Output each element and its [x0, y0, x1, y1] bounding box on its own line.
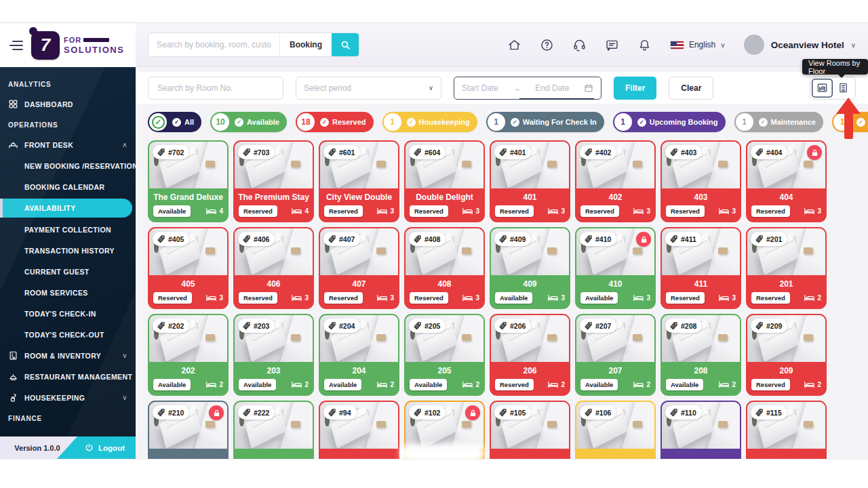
- room-card-702[interactable]: #702The Grand DeluxeAvailable4: [148, 140, 229, 222]
- bed-icon: [633, 207, 644, 215]
- rooms-by-floor-view-button[interactable]: [833, 79, 854, 98]
- status-chip-maintenance[interactable]: 1✓Maintenance: [734, 112, 824, 132]
- sidebar-item-housekeeping[interactable]: HOUSEKEEPING∨: [0, 387, 136, 408]
- sidebar-item-availability[interactable]: AVAILABILITY: [0, 199, 132, 218]
- room-card-204[interactable]: #204204Available2: [319, 314, 399, 396]
- status-chip-waiting-for-check-in[interactable]: 1✓Waiting For Check In: [486, 112, 604, 132]
- room-card-408[interactable]: #408408Reserved3: [404, 227, 485, 309]
- notifications-bell-icon[interactable]: [637, 38, 652, 52]
- housekeeping-icon: [8, 392, 18, 403]
- sidebar-item-transaction-history[interactable]: TRANSACTION HISTORY: [0, 240, 136, 261]
- room-card-94[interactable]: #94: [319, 401, 399, 459]
- tag-icon: [755, 235, 764, 243]
- room-card-402[interactable]: #402402Reserved3: [575, 140, 656, 222]
- status-chip-upcoming-booking[interactable]: 1✓Upcoming Booking: [613, 112, 726, 132]
- help-icon[interactable]: [540, 38, 554, 52]
- language-selector[interactable]: English ∨: [670, 40, 726, 49]
- view-rooms-by-floor-tooltip: View Rooms by Floor: [802, 59, 868, 75]
- bed-count: 3: [719, 294, 736, 302]
- room-card-209[interactable]: #209209Reserved2: [746, 314, 827, 396]
- sidebar-item-room-inventory[interactable]: ROOM & INVENTORY∨: [0, 345, 136, 366]
- sidebar-collapse-icon[interactable]: [9, 40, 23, 51]
- room-name: [576, 449, 654, 459]
- bed-icon: [719, 207, 729, 215]
- room-card-409[interactable]: #409409Available3: [490, 227, 570, 309]
- room-name: 202: [149, 362, 227, 378]
- room-card-404[interactable]: #404404Reserved3: [746, 140, 827, 222]
- main-content: Select period ∨ Start Date → End Date Fi…: [136, 67, 868, 459]
- support-headset-icon[interactable]: [572, 38, 587, 52]
- bed-icon: [633, 381, 644, 388]
- search-category-select[interactable]: Booking: [279, 33, 332, 56]
- room-card-210[interactable]: #210: [148, 401, 229, 459]
- room-card-401[interactable]: #401401Reserved3: [490, 140, 570, 222]
- room-card-110[interactable]: #110: [660, 401, 741, 459]
- bed-icon: [462, 294, 473, 302]
- global-search-input[interactable]: [149, 33, 279, 56]
- filter-button[interactable]: Filter: [614, 77, 656, 100]
- room-card-411[interactable]: #411411Reserved3: [660, 227, 741, 309]
- room-card-222[interactable]: #222: [233, 401, 314, 459]
- date-range-picker[interactable]: Start Date → End Date: [454, 77, 601, 100]
- room-card-105[interactable]: #105: [490, 401, 570, 459]
- room-card-201[interactable]: #201201Reserved2: [746, 227, 827, 309]
- sidebar-item-payment-collection[interactable]: PAYMENT COLLECTION: [0, 219, 136, 240]
- room-card-406[interactable]: #406406Reserved3: [233, 227, 314, 309]
- sidebar-item-today-s-check-in[interactable]: TODAY'S CHECK-IN: [0, 303, 136, 324]
- period-select[interactable]: Select period ∨: [296, 77, 441, 100]
- tag-icon: [157, 408, 165, 417]
- room-card-106[interactable]: #106: [575, 401, 656, 459]
- room-card-604[interactable]: #604Double DelightReserved3: [404, 140, 485, 222]
- room-card-703[interactable]: #703The Premium StayReserved4: [233, 140, 314, 222]
- room-card-410[interactable]: #410410Available3: [575, 227, 656, 309]
- clear-button[interactable]: Clear: [669, 77, 713, 100]
- sidebar-item-today-s-check-out[interactable]: TODAY'S CHECK-OUT: [0, 324, 136, 345]
- room-name: 406: [235, 275, 313, 291]
- room-name: 401: [491, 188, 569, 205]
- check-circle-icon: ✓: [511, 118, 519, 127]
- status-badge: Available: [324, 379, 361, 390]
- room-card-206[interactable]: #206206Reserved2: [490, 314, 570, 396]
- home-icon[interactable]: [507, 38, 521, 52]
- sidebar-item-restaurant-management[interactable]: RESTAURANT MANAGEMENT∨: [0, 366, 136, 387]
- sidebar-item-current-guest[interactable]: CURRENT GUEST: [0, 261, 136, 282]
- room-card-407[interactable]: #407407Reserved3: [319, 227, 399, 309]
- room-card-601[interactable]: #601City View DoubleReserved3: [319, 140, 399, 222]
- sidebar-item-booking-calendar[interactable]: BOOKING CALENDAR: [0, 176, 136, 197]
- status-chip-reserved[interactable]: 18✓Reserved: [296, 112, 374, 132]
- room-card-405[interactable]: #405405Reserved3: [148, 227, 229, 309]
- room-number-tag: #110: [665, 405, 702, 420]
- search-button[interactable]: [332, 33, 359, 56]
- room-number-tag: #105: [494, 405, 531, 420]
- room-card-403[interactable]: #403403Reserved3: [660, 140, 741, 222]
- bed-count: 2: [633, 381, 650, 388]
- sidebar-item-front-desk[interactable]: FRONT DESK∧: [0, 134, 136, 155]
- room-card-203[interactable]: #203203Available2: [233, 314, 314, 396]
- status-badge: Reserved: [324, 292, 363, 304]
- chip-count: 1: [614, 113, 632, 131]
- status-chip-all[interactable]: ✓✓All: [148, 112, 201, 132]
- sidebar-item-new-booking-reservation[interactable]: NEW BOOKING /RESERVATION∨: [0, 155, 136, 176]
- bed-count: 2: [462, 381, 479, 388]
- brand-line2: SOLUTIONS: [64, 45, 124, 54]
- room-card-205[interactable]: #205205Available2: [404, 314, 485, 396]
- room-card-202[interactable]: #202202Available2: [148, 314, 229, 396]
- rooms-grid-view-button[interactable]: [812, 79, 833, 98]
- sidebar-item-dashboard[interactable]: DASHBOARD: [0, 94, 136, 115]
- status-chip-housekeeping[interactable]: 1✓Housekeeping: [382, 112, 477, 132]
- room-card-207[interactable]: #207207Available2: [575, 314, 656, 396]
- status-chip-checked-out[interactable]: 1✓Checked-Out: [832, 112, 868, 132]
- rooms-grid: #702The Grand DeluxeAvailable4#703The Pr…: [136, 136, 868, 459]
- chat-icon[interactable]: [605, 38, 619, 52]
- rooms-by-floor-view-icon: [837, 82, 849, 94]
- status-chip-available[interactable]: 10✓Available: [210, 112, 287, 132]
- room-card-115[interactable]: #115: [746, 401, 827, 459]
- room-search-input[interactable]: [156, 83, 275, 94]
- room-number-tag: #210: [153, 405, 189, 420]
- room-card-208[interactable]: #208208Available2: [660, 314, 741, 396]
- status-badge: Reserved: [153, 292, 192, 304]
- sidebar-item-room-services[interactable]: ROOM SERVICES: [0, 282, 136, 303]
- tag-icon: [669, 235, 678, 243]
- account-menu[interactable]: Oceanview Hotel ∨: [744, 35, 856, 55]
- room-name: 206: [491, 362, 569, 378]
